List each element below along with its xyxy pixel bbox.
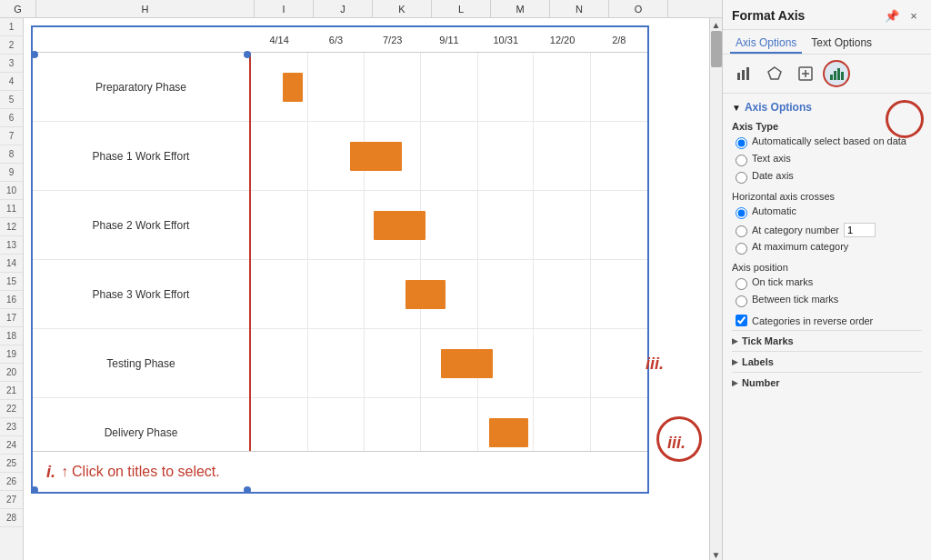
pin-icon[interactable]: 📌: [884, 7, 900, 24]
svg-rect-0: [737, 73, 740, 80]
radio-automatic[interactable]: Automatic: [736, 205, 922, 219]
col-header-h: H: [36, 0, 255, 17]
bar-row-3: [251, 260, 647, 329]
labels-label: Labels: [742, 356, 774, 367]
instruction-text: Click on titles to select.: [72, 464, 220, 480]
number-label: Number: [742, 377, 780, 388]
col-header-o: O: [609, 0, 668, 17]
bar-row-4: [251, 329, 647, 398]
tick-marks-label: Tick Marks: [742, 335, 794, 346]
axis-options-title: Axis Options: [745, 101, 812, 114]
task-row-1: Phase 1 Work Effort: [33, 122, 249, 191]
date-label-1: 6/3: [307, 35, 364, 45]
col-header-g: G: [0, 0, 36, 17]
close-icon[interactable]: ×: [906, 7, 922, 24]
column-chart-icon-btn[interactable]: [823, 60, 850, 87]
scrollbar[interactable]: ▲ ▼: [709, 18, 722, 560]
row-num: 14: [0, 255, 23, 273]
chart-area[interactable]: 4/14 6/3 7/23 9/11 10/31 12/20 2/8: [24, 18, 722, 560]
instruction-arrow-icon: ↑: [61, 464, 68, 480]
radio-between-tick[interactable]: Between tick marks: [736, 294, 922, 307]
date-label-5: 12/20: [534, 35, 590, 45]
row-num: 26: [0, 473, 23, 491]
row-num: 22: [0, 400, 23, 418]
tick-marks-arrow: ▶: [732, 336, 738, 345]
panel-tabs: Axis Options Text Options: [723, 30, 931, 55]
shape-icon-btn[interactable]: [761, 60, 788, 87]
tab-axis-options[interactable]: Axis Options: [730, 34, 802, 54]
row-num: 13: [0, 236, 23, 255]
row-num: 6: [0, 109, 23, 127]
axis-type-label: Axis Type: [732, 121, 922, 132]
scroll-thumb[interactable]: [711, 31, 722, 67]
format-axis-panel-inner: Format Axis 📌 × Axis Options Text Option…: [722, 0, 931, 560]
spreadsheet-area: G H I J K L M N O 1 2 3 4 5 6 7 8 9 10 1…: [0, 0, 722, 560]
row-num: 19: [0, 345, 23, 364]
svg-rect-7: [830, 75, 833, 80]
labels-section[interactable]: ▶ Labels: [732, 351, 922, 372]
spreadsheet-body: 1 2 3 4 5 6 7 8 9 10 11 12 13 14 15 16 1…: [0, 18, 722, 560]
gantt-chart[interactable]: 4/14 6/3 7/23 9/11 10/31 12/20 2/8: [31, 25, 649, 494]
axis-position-group: On tick marks Between tick marks Categor…: [736, 276, 922, 330]
row-num: 28: [0, 509, 23, 527]
radio-text[interactable]: Text axis: [736, 153, 922, 166]
checkbox-reverse[interactable]: Categories in reverse order: [736, 315, 922, 326]
row-num: 12: [0, 218, 23, 236]
date-label-4: 10/31: [477, 35, 534, 45]
bars-area: [251, 53, 647, 492]
svg-rect-10: [841, 72, 844, 80]
row-num: 17: [0, 309, 23, 327]
panel-header: Format Axis 📌 ×: [723, 0, 931, 30]
row-num: 20: [0, 364, 23, 382]
axis-position-label: Axis position: [732, 262, 922, 273]
reverse-order-checkbox[interactable]: [736, 315, 747, 326]
date-label-2: 7/23: [365, 35, 421, 45]
radio-category-number[interactable]: At category number: [736, 223, 922, 237]
row-num: 18: [0, 327, 23, 345]
task-row-0: Preparatory Phase: [33, 53, 249, 122]
col-header-j: J: [314, 0, 373, 17]
panel-title: Format Axis: [732, 8, 805, 23]
annotation-iii: iii.: [646, 355, 664, 374]
gantt-bar-5: [489, 418, 529, 447]
date-row: 4/14 6/3 7/23 9/11 10/31 12/20 2/8: [33, 27, 647, 53]
bar-row-0: [251, 53, 647, 122]
tab-text-options[interactable]: Text Options: [806, 34, 877, 54]
instruction-i-label: i.: [46, 463, 55, 482]
radio-date[interactable]: Date axis: [736, 170, 922, 184]
date-label-3: 9/11: [421, 35, 477, 45]
col-header-k: K: [373, 0, 432, 17]
axis-options-section-header[interactable]: ▼ Axis Options: [732, 101, 922, 114]
row-num: 21: [0, 382, 23, 400]
row-num: 24: [0, 436, 23, 455]
fill-icon-btn[interactable]: [730, 60, 757, 87]
gantt-bar-0: [283, 73, 303, 102]
date-label-0: 4/14: [251, 35, 307, 45]
radio-between-tick-label: Between tick marks: [752, 294, 838, 305]
radio-date-label: Date axis: [752, 170, 794, 181]
row-num: 5: [0, 91, 23, 109]
row-num: 7: [0, 127, 23, 145]
bar-row-2: [251, 191, 647, 260]
category-number-input[interactable]: [844, 223, 876, 237]
svg-marker-3: [768, 67, 781, 79]
axis-type-radio-group: Automatically select based on data Text …: [736, 135, 922, 184]
row-num: 11: [0, 200, 23, 218]
icon-bar: [723, 55, 931, 94]
radio-text-label: Text axis: [752, 153, 791, 164]
radio-on-tick[interactable]: On tick marks: [736, 276, 922, 290]
radio-max-label: At maximum category: [752, 241, 848, 252]
horizontal-crosses-label: Horizontal axis crosses: [732, 191, 922, 202]
row-num: 2: [0, 36, 23, 55]
number-section[interactable]: ▶ Number: [732, 372, 922, 393]
col-header-m: M: [491, 0, 550, 17]
svg-rect-1: [742, 70, 745, 80]
gantt-content: Preparatory Phase Phase 1 Work Effort Ph…: [33, 53, 647, 492]
row-num: 25: [0, 455, 23, 473]
radio-auto[interactable]: Automatically select based on data: [736, 135, 922, 149]
size-icon-btn[interactable]: [792, 60, 819, 87]
radio-max-category[interactable]: At maximum category: [736, 241, 922, 255]
gantt-bar-3: [405, 280, 445, 309]
tick-marks-section[interactable]: ▶ Tick Marks: [732, 330, 922, 351]
row-num: 16: [0, 291, 23, 309]
